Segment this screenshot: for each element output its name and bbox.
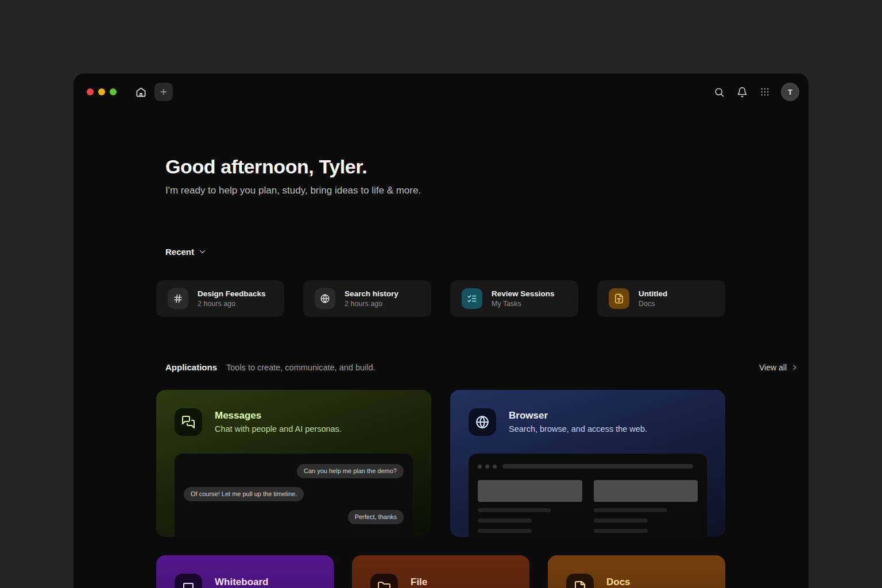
applications-title: Applications [165, 362, 217, 372]
chevron-right-icon [791, 363, 799, 372]
checklist-icon [462, 288, 482, 309]
avatar[interactable]: T [781, 83, 799, 101]
document-icon [566, 574, 594, 588]
notifications-button[interactable] [735, 85, 749, 99]
bell-icon [737, 87, 748, 98]
traffic-light-close[interactable] [87, 88, 94, 95]
app-subtitle: Search, browse, and access the web. [509, 425, 647, 434]
app-title: Messages [215, 411, 261, 420]
app-card-messages[interactable]: Messages Chat with people and AI persona… [156, 390, 431, 537]
search-button[interactable] [712, 85, 726, 99]
globe-icon [469, 408, 496, 436]
whiteboard-icon [175, 574, 202, 588]
app-title: Whiteboard [215, 577, 269, 587]
chevron-down-icon [198, 247, 207, 256]
home-button[interactable] [131, 83, 150, 101]
home-icon [136, 87, 146, 98]
recent-card-review-sessions[interactable]: Review Sessions My Tasks [450, 280, 578, 317]
recent-card-title: Search history [345, 290, 399, 298]
app-title: Browser [509, 411, 548, 420]
applications-header: Applications Tools to create, communicat… [165, 362, 799, 372]
folder-icon [370, 574, 398, 588]
recent-cards-row: Design Feedbacks 2 hours ago Search hist… [156, 280, 725, 317]
app-title: Docs [606, 577, 630, 587]
file-type-icon [609, 288, 629, 309]
recent-card-untitled[interactable]: Untitled Docs [597, 280, 725, 317]
recent-card-title: Review Sessions [492, 290, 555, 298]
chat-preview: Can you help me plan the demo? Of course… [175, 454, 413, 537]
browser-content-placeholder [478, 480, 698, 533]
app-card-docs[interactable]: Docs [548, 555, 725, 588]
recent-card-subtitle: 2 hours ago [198, 300, 266, 308]
applications-row: Messages Chat with people and AI persona… [156, 390, 725, 537]
recent-card-subtitle: My Tasks [492, 300, 555, 308]
grid-dots-icon [760, 87, 770, 97]
app-subtitle: Chat with people and AI personas. [215, 425, 342, 434]
result-column [594, 480, 698, 533]
titlebar: T [74, 74, 808, 110]
app-window: T Good afternoon, Tyler. I'm ready to he… [74, 74, 808, 588]
recent-card-subtitle: Docs [639, 300, 667, 308]
view-all-link[interactable]: View all [759, 363, 799, 372]
applications-description: Tools to create, communicate, and build. [226, 363, 376, 372]
plus-icon [159, 87, 168, 96]
recent-card-subtitle: 2 hours ago [345, 300, 399, 308]
window-dot [485, 465, 489, 469]
recent-card-search-history[interactable]: Search history 2 hours ago [303, 280, 431, 317]
app-title: File [411, 577, 427, 587]
text-line-placeholder [594, 529, 648, 533]
traffic-light-minimize[interactable] [98, 88, 105, 95]
view-all-label: View all [759, 363, 787, 372]
recent-section-toggle[interactable]: Recent [165, 247, 207, 257]
chat-bubble-incoming: Of course! Let me pull up the timeline. [184, 487, 304, 501]
image-placeholder [594, 480, 698, 502]
applications-row-2: Whiteboard File Docs [156, 555, 725, 588]
hash-icon [168, 288, 188, 309]
new-tab-button[interactable] [154, 83, 173, 101]
app-card-browser[interactable]: Browser Search, browse, and access the w… [450, 390, 725, 537]
messages-icon [175, 408, 202, 436]
text-line-placeholder [594, 508, 667, 512]
recent-label: Recent [165, 247, 194, 257]
recent-card-title: Untitled [639, 290, 667, 298]
window-dot [478, 465, 482, 469]
apps-grid-button[interactable] [758, 85, 772, 99]
traffic-light-zoom[interactable] [110, 88, 117, 95]
image-placeholder [478, 480, 582, 502]
search-icon [714, 87, 725, 98]
result-column [478, 480, 582, 533]
text-line-placeholder [594, 519, 648, 523]
app-card-file[interactable]: File [352, 555, 529, 588]
globe-icon [315, 288, 335, 309]
text-line-placeholder [478, 519, 532, 523]
chat-bubble-outgoing: Perfect, thanks [348, 510, 404, 524]
greeting-subtitle: I'm ready to help you plan, study, bring… [165, 185, 421, 196]
browser-chrome-bar [478, 464, 698, 469]
app-card-whiteboard[interactable]: Whiteboard [156, 555, 334, 588]
greeting-title: Good afternoon, Tyler. [165, 156, 367, 178]
window-dot [493, 465, 497, 469]
recent-card-title: Design Feedbacks [198, 290, 266, 298]
recent-card-design-feedbacks[interactable]: Design Feedbacks 2 hours ago [156, 280, 284, 317]
address-bar-placeholder [502, 464, 693, 469]
chat-bubble-outgoing: Can you help me plan the demo? [297, 464, 404, 478]
browser-preview [469, 454, 707, 537]
text-line-placeholder [478, 508, 551, 512]
text-line-placeholder [478, 529, 532, 533]
